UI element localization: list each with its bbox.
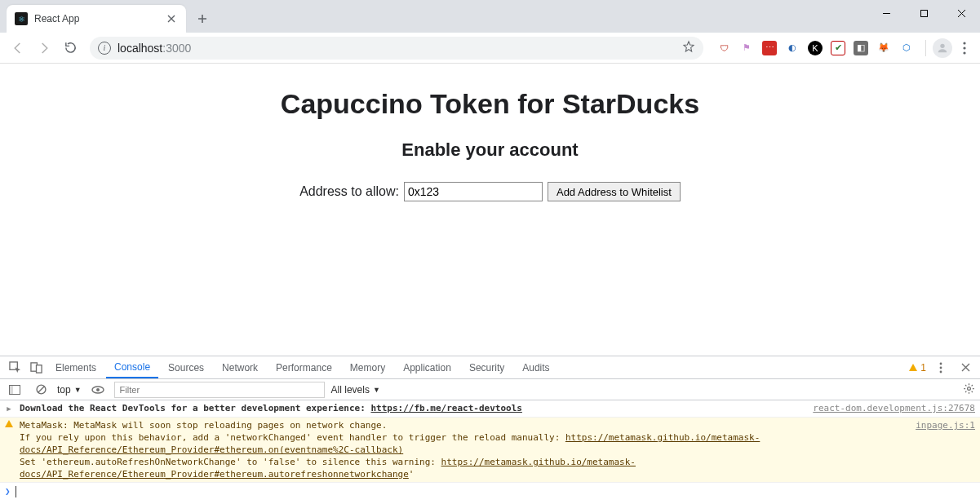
log-levels-selector[interactable]: All levels▼: [331, 384, 380, 396]
extension-flag-icon[interactable]: ⚑: [739, 41, 754, 55]
devtools-menu-button[interactable]: [931, 358, 951, 378]
svg-point-9: [940, 366, 942, 369]
new-tab-button[interactable]: [191, 7, 214, 30]
url-text: localhost:3000: [118, 42, 676, 55]
warning-triangle-icon: [909, 364, 917, 371]
forward-button[interactable]: [33, 37, 55, 60]
reload-button[interactable]: [59, 37, 82, 60]
svg-point-2: [963, 42, 965, 44]
extension-lastpass-icon[interactable]: ⋯: [762, 41, 777, 55]
clear-console-icon[interactable]: [31, 380, 51, 400]
svg-rect-7: [36, 365, 42, 373]
tab-strip: ⚛ React App: [0, 0, 980, 33]
svg-point-8: [940, 362, 942, 365]
window-maximize-button[interactable]: [905, 0, 942, 26]
extension-ublock-icon[interactable]: 🛡: [716, 41, 731, 55]
svg-point-16: [968, 387, 971, 390]
devtools-tab-application[interactable]: Application: [395, 356, 459, 378]
devtools-tab-elements[interactable]: Elements: [47, 356, 104, 378]
address-label: Address to allow:: [299, 184, 399, 199]
console-link[interactable]: https://fb.me/react-devtools: [370, 403, 521, 413]
toolbar-divider: [925, 40, 926, 56]
devtools-tab-security[interactable]: Security: [461, 356, 512, 378]
devtools-tab-audits[interactable]: Audits: [514, 356, 557, 378]
warnings-badge[interactable]: 1: [909, 362, 926, 374]
svg-point-10: [940, 370, 942, 373]
inspect-element-icon[interactable]: [5, 358, 24, 378]
warning-icon: [3, 419, 15, 480]
add-whitelist-button[interactable]: Add Address to Whitelist: [548, 182, 681, 201]
console-settings-icon[interactable]: [963, 382, 975, 397]
console-log-source[interactable]: inpage.js:1: [916, 419, 975, 431]
console-link[interactable]: https://metamask.github.io/metamask-docs…: [20, 432, 760, 455]
page-content: Capuccino Token for StarDucks Enable you…: [0, 64, 980, 356]
window-minimize-button[interactable]: [867, 0, 905, 26]
devtools-panel: ElementsConsoleSourcesNetworkPerformance…: [0, 356, 980, 504]
console-toolbar: top▼ All levels▼: [0, 379, 980, 400]
live-expression-icon[interactable]: [88, 380, 108, 400]
extension-cube-icon[interactable]: ◧: [854, 41, 868, 55]
devtools-tabbar: ElementsConsoleSourcesNetworkPerformance…: [0, 356, 980, 379]
svg-rect-12: [10, 385, 13, 394]
profile-avatar-button[interactable]: [933, 38, 952, 58]
devtools-tab-memory[interactable]: Memory: [342, 356, 393, 378]
window-close-button[interactable]: [942, 0, 980, 26]
omnibox[interactable]: i localhost:3000: [90, 37, 703, 60]
devtools-tab-sources[interactable]: Sources: [160, 356, 212, 378]
extension-k-badge-icon[interactable]: K: [808, 41, 823, 55]
extension-metamask-icon[interactable]: 🦊: [876, 41, 891, 55]
console-prompt[interactable]: ❯: [0, 483, 980, 500]
site-info-icon[interactable]: i: [98, 42, 111, 55]
svg-rect-0: [920, 10, 927, 16]
devtools-tab-performance[interactable]: Performance: [268, 356, 340, 378]
react-favicon-icon: ⚛: [15, 12, 28, 25]
browser-tab[interactable]: ⚛ React App: [7, 5, 186, 33]
console-sidebar-toggle-icon[interactable]: [5, 380, 24, 400]
tab-title: React App: [34, 13, 158, 24]
back-button[interactable]: [7, 37, 29, 60]
svg-point-1: [940, 43, 944, 47]
console-log-row: ▶Download the React DevTools for a bette…: [0, 400, 980, 418]
svg-point-4: [963, 51, 965, 54]
bookmark-star-icon[interactable]: [682, 40, 695, 55]
extension-checkmark-icon[interactable]: ✔: [831, 41, 845, 55]
extension-hex-icon[interactable]: ⬡: [899, 41, 914, 55]
address-input[interactable]: [404, 182, 543, 201]
console-log-text: Download the React DevTools for a better…: [20, 402, 808, 415]
devtools-tab-console[interactable]: Console: [106, 356, 158, 378]
page-title: Capuccino Token for StarDucks: [0, 88, 980, 120]
device-toolbar-icon[interactable]: [26, 358, 46, 378]
console-log-source[interactable]: react-dom.development.js:27678: [813, 402, 975, 414]
svg-point-3: [963, 46, 965, 49]
console-filter-input[interactable]: [114, 382, 325, 398]
context-selector[interactable]: top▼: [57, 384, 82, 396]
browser-window: ⚛ React App i localhost:3000: [0, 0, 980, 504]
extension-circle-g-icon[interactable]: ◐: [785, 41, 800, 55]
address-toolbar: i localhost:3000 🛡⚑⋯◐K✔◧🦊⬡: [0, 33, 980, 64]
console-log-text: MetaMask: MetaMask will soon stop reload…: [20, 419, 911, 480]
chrome-menu-button[interactable]: [956, 37, 973, 60]
svg-point-15: [96, 388, 100, 391]
devtools-close-button[interactable]: [956, 358, 975, 378]
extensions-row: 🛡⚑⋯◐K✔◧🦊⬡: [712, 41, 919, 55]
devtools-tab-network[interactable]: Network: [214, 356, 266, 378]
window-controls: [867, 0, 980, 26]
console-log-row: MetaMask: MetaMask will soon stop reload…: [0, 418, 980, 483]
console-link[interactable]: https://metamask.github.io/metamask-docs…: [20, 457, 636, 480]
tab-close-button[interactable]: [165, 12, 178, 25]
console-output[interactable]: ▶Download the React DevTools for a bette…: [0, 400, 980, 504]
page-subtitle: Enable your account: [0, 139, 980, 161]
whitelist-form: Address to allow: Add Address to Whiteli…: [0, 182, 980, 201]
log-caret-icon: ▶: [3, 402, 15, 415]
